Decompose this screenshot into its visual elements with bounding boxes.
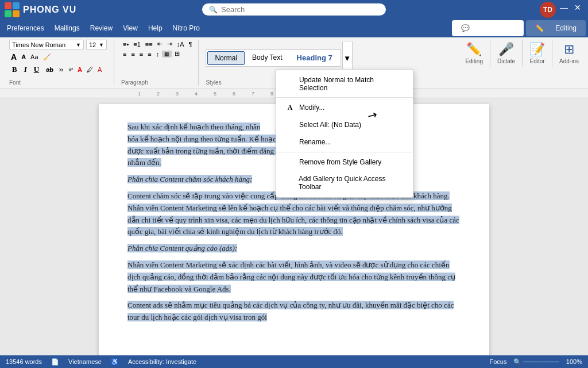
- ctx-remove-gallery[interactable]: Remove from Style Gallery: [276, 154, 413, 171]
- pencil-icon: ✏️: [531, 22, 548, 34]
- font-name-selector[interactable]: Times New Roman ▼: [9, 40, 84, 50]
- line-spacing-btn[interactable]: ↕: [154, 50, 161, 58]
- search-bar[interactable]: 🔍: [202, 3, 386, 16]
- sort-btn[interactable]: ↕A: [175, 40, 186, 48]
- superscript-btn[interactable]: x²: [67, 66, 75, 74]
- italic-button[interactable]: I: [21, 64, 30, 75]
- menu-view[interactable]: View: [118, 22, 142, 34]
- borders-btn[interactable]: ⊞: [173, 49, 181, 58]
- bullets-btn[interactable]: ≡•: [121, 40, 130, 48]
- select-icon: [285, 120, 295, 129]
- style-normal[interactable]: Normal: [207, 51, 245, 65]
- show-marks-btn[interactable]: ¶: [187, 40, 194, 48]
- ctx-modify[interactable]: A Modify...: [276, 99, 413, 116]
- doc-paragraph-4: Phân chia Content quảng cáo (ads):: [127, 243, 461, 255]
- dropdown-icon: ▼: [99, 42, 104, 48]
- right-groups: ✏️ Editing 🎤 Dictate 📝 Editor ⊞ Add-ins: [461, 40, 583, 67]
- menu-help[interactable]: Help: [144, 22, 167, 34]
- highlight-btn[interactable]: 🖊: [85, 65, 95, 74]
- remove-icon: [285, 158, 295, 167]
- style-body-text[interactable]: Body Text: [245, 51, 289, 65]
- paragraph-group-label: Paragraph: [121, 78, 148, 86]
- font-size-selector[interactable]: 12 ▼: [86, 40, 107, 50]
- menu-review[interactable]: Review: [86, 22, 117, 34]
- style-heading-1[interactable]: Heading 7: [290, 51, 339, 65]
- ctx-update-normal[interactable]: Update Normal to Match Selection: [276, 72, 413, 96]
- change-case-btn[interactable]: Aa: [29, 52, 40, 62]
- decrease-font-btn[interactable]: A: [20, 52, 28, 62]
- search-input[interactable]: [221, 5, 379, 14]
- align-center-btn[interactable]: ≡: [129, 50, 136, 58]
- clear-format-btn[interactable]: 🧹: [41, 52, 53, 62]
- editing-group-item[interactable]: ✏️ Editing: [461, 40, 488, 67]
- numbering-btn[interactable]: ≡1: [131, 40, 142, 48]
- status-bar: 13546 words 📄 Vietnamese ♿ Accessibility…: [0, 355, 588, 368]
- strikethrough-button[interactable]: ab: [43, 65, 56, 74]
- zoom-slider[interactable]: 🔍 ────────: [513, 358, 559, 366]
- accessibility-status: Accessibility: Investigate: [128, 358, 196, 365]
- justify-btn[interactable]: ≡: [146, 50, 153, 58]
- search-icon: 🔍: [209, 6, 218, 14]
- decrease-indent-btn[interactable]: ⇤: [156, 40, 164, 48]
- context-menu: Update Normal to Match Selection A Modif…: [276, 69, 413, 198]
- close-button[interactable]: ✕: [572, 2, 583, 13]
- editing-button[interactable]: ✏️ Editing: [526, 20, 586, 36]
- right-ribbon: 💬 Comments ✏️ Editing: [452, 20, 586, 36]
- window-controls: TD — ✕: [540, 2, 583, 18]
- editor-group-item[interactable]: 📝 Editor: [525, 40, 550, 67]
- editor-icon: 📝: [529, 42, 545, 57]
- language: Vietnamese: [68, 358, 102, 365]
- menu-nitro-pro[interactable]: Nitro Pro: [168, 22, 204, 34]
- modify-icon: A: [285, 103, 295, 112]
- microphone-icon: 🎤: [498, 42, 514, 57]
- subscript-btn[interactable]: x₂: [57, 66, 66, 74]
- status-right: Focus 🔍 ──────── 100%: [489, 358, 582, 366]
- bold-button[interactable]: B: [9, 64, 20, 75]
- menu-preferences[interactable]: Preferences: [2, 22, 49, 34]
- logo-area: PHONG VU: [5, 2, 76, 17]
- styles-group-label: Styles: [206, 78, 221, 86]
- comment-icon: 💬: [457, 22, 474, 34]
- underline-button[interactable]: U: [31, 64, 42, 75]
- dictate-group-item[interactable]: 🎤 Dictate: [493, 40, 520, 67]
- ctx-add-gallery[interactable]: Add Gallery to Quick Access Toolbar: [276, 171, 413, 195]
- minimize-button[interactable]: —: [558, 2, 570, 13]
- editing-label: Editing: [465, 58, 483, 64]
- font-color-btn[interactable]: A: [76, 65, 84, 74]
- title-bar: PHONG VU 🔍 TD — ✕: [0, 0, 588, 19]
- addins-group-item[interactable]: ⊞ Add-ins: [555, 40, 583, 67]
- page-icon: 📄: [51, 358, 59, 366]
- dropdown-icon: ▼: [76, 42, 81, 48]
- multilevel-btn[interactable]: ≡≡: [144, 40, 154, 48]
- align-right-btn[interactable]: ≡: [138, 50, 145, 58]
- add-icon: [285, 178, 294, 187]
- doc-paragraph-6: Content ads sẽ nhắm mục tiêu quảng bá cá…: [127, 300, 461, 324]
- editor-label: Editor: [530, 58, 545, 64]
- ctx-select-all[interactable]: Select All: (No Data): [276, 116, 413, 133]
- shading-btn[interactable]: ▦: [162, 51, 172, 57]
- editing-icon: ✏️: [466, 42, 482, 57]
- font-group-label: Font: [9, 78, 21, 86]
- menu-mailings[interactable]: Mailings: [50, 22, 84, 34]
- align-left-btn[interactable]: ≡: [121, 50, 128, 58]
- addins-label: Add-ins: [559, 58, 579, 64]
- rename-icon: [285, 137, 295, 147]
- update-icon: [285, 79, 295, 89]
- font-group: Times New Roman ▼ 12 ▼ A A Aa 🧹 B I U ab…: [5, 40, 114, 86]
- comments-button[interactable]: 💬 Comments: [452, 20, 524, 36]
- accessibility-icon: ♿: [111, 358, 119, 366]
- addins-icon: ⊞: [564, 42, 574, 57]
- logo-icon: [5, 2, 20, 17]
- doc-paragraph-5: Nhân viên Content Marketing sẽ xác định …: [127, 259, 461, 295]
- dictate-label: Dictate: [497, 58, 515, 64]
- ctx-rename[interactable]: Rename...: [276, 133, 413, 151]
- increase-indent-btn[interactable]: ⇥: [165, 40, 174, 48]
- increase-font-btn[interactable]: A: [9, 51, 18, 63]
- focus-btn[interactable]: Focus: [489, 358, 506, 365]
- avatar[interactable]: TD: [540, 2, 556, 18]
- zoom-level: 100%: [566, 358, 582, 365]
- word-count: 13546 words: [6, 358, 42, 365]
- text-color-btn[interactable]: A: [96, 65, 103, 74]
- menu-bar: Preferences Mailings Review View Help Ni…: [0, 19, 588, 37]
- brand-name: PHONG VU: [23, 5, 76, 15]
